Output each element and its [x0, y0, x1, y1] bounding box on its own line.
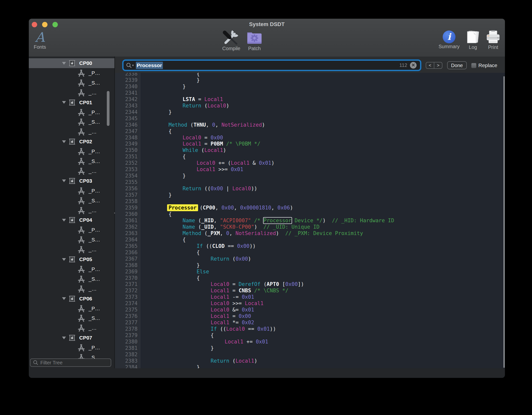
filter-tree-input[interactable]: Filter Tree: [30, 358, 111, 367]
tree-node-cp00[interactable]: CP00: [29, 58, 114, 68]
tree-node-label: CP04: [79, 217, 92, 223]
tree-node-cp02[interactable]: CP02: [29, 137, 114, 147]
tree-leaf-cp03-1[interactable]: _S…: [29, 196, 114, 206]
disclosure-triangle-icon[interactable]: [62, 337, 66, 339]
summary-label: Summary: [438, 44, 460, 49]
tree-leaf-cp00-1[interactable]: _S…: [29, 78, 114, 88]
disclosure-triangle-icon[interactable]: [62, 140, 66, 143]
tree-leaf-cp02-2[interactable]: _…: [29, 166, 114, 176]
tree-leaf-cp01-2[interactable]: _…: [29, 127, 114, 137]
search-input[interactable]: ▾ Processor 112 ✕: [122, 59, 421, 71]
code-line: 2351{: [115, 154, 505, 160]
toolbar: System DSDT A Fonts Compile: [29, 19, 505, 57]
compile-label: Compile: [221, 46, 241, 51]
tree-leaf-cp03-2[interactable]: _…: [29, 206, 114, 215]
done-button[interactable]: Done: [447, 61, 467, 69]
editor-scrollbar[interactable]: [503, 76, 505, 368]
clear-search-icon[interactable]: ✕: [410, 62, 417, 69]
editor-pane: ▾ Processor 112 ✕ < > Done Replace: [115, 57, 505, 368]
code-line: 2352Local0 += (Local1 & 0x01): [115, 160, 505, 166]
disclosure-triangle-icon[interactable]: [62, 101, 66, 104]
tree-leaf-cp00-2[interactable]: _…: [29, 88, 114, 98]
tree-leaf-cp03-0[interactable]: _P…: [29, 186, 114, 196]
disclosure-triangle-icon[interactable]: [62, 62, 66, 65]
print-label: Print: [485, 44, 501, 50]
log-pages-icon: [466, 30, 480, 44]
tree-leaf-cp04-0[interactable]: _P…: [29, 225, 114, 235]
disclosure-triangle-icon[interactable]: [62, 219, 66, 222]
code-line: 2344}: [115, 109, 505, 116]
asl-object-icon: [77, 108, 85, 116]
code-line: 2341: [115, 90, 505, 96]
fonts-button[interactable]: A Fonts: [31, 31, 48, 50]
sidebar-scrollbar[interactable]: [107, 91, 110, 126]
tree-node-cp04[interactable]: CP04: [29, 215, 114, 225]
asl-object-icon: [77, 354, 85, 358]
tree-leaf-cp07-1[interactable]: _S…: [29, 353, 114, 358]
window-body: CP00_P…_S…_…CP01_P…_S…_…CP02_P…_S…_…CP03…: [29, 57, 505, 368]
tree-leaf-cp07-0[interactable]: _P…: [29, 343, 114, 353]
tree-node-cp03[interactable]: CP03: [29, 176, 114, 186]
tree-leaf-cp04-2[interactable]: _…: [29, 245, 114, 254]
tree-leaf-cp05-2[interactable]: _…: [29, 284, 114, 294]
patch-button[interactable]: Patch: [245, 30, 264, 51]
tree-leaf-cp02-1[interactable]: _S…: [29, 156, 114, 166]
code-text: }: [140, 173, 186, 179]
tree-leaf-cp06-1[interactable]: _S…: [29, 313, 114, 323]
line-number: 2380: [115, 339, 140, 345]
code-line: 2349Local1 = P0BM /* \P0BM */: [115, 141, 505, 147]
line-number: 2371: [115, 281, 140, 288]
code-line: 2343Return (Local0): [115, 103, 505, 109]
line-number: 2341: [115, 90, 140, 96]
scope-icon: [68, 335, 76, 341]
tree-node-cp05[interactable]: CP05: [29, 254, 114, 264]
line-number: 2382: [115, 352, 140, 358]
asl-object-icon: [77, 305, 85, 312]
tree-node-cp07[interactable]: CP07: [29, 333, 114, 343]
tree-leaf-cp06-2[interactable]: _…: [29, 323, 114, 333]
window-title: System DSDT: [29, 21, 505, 28]
log-button[interactable]: Log: [466, 30, 480, 50]
find-previous-button[interactable]: <: [426, 62, 434, 68]
compile-button[interactable]: Compile: [221, 30, 241, 51]
tree-leaf-label: _S…: [89, 355, 100, 358]
scope-icon: [68, 99, 76, 106]
tree-leaf-cp01-0[interactable]: _P…: [29, 107, 114, 117]
tree-leaf-cp01-1[interactable]: _S…: [29, 117, 114, 127]
tree-leaf-cp06-0[interactable]: _P…: [29, 304, 114, 313]
tree-leaf-cp02-0[interactable]: _P…: [29, 147, 114, 156]
code-line: 2381}: [115, 345, 505, 352]
line-number: 2351: [115, 154, 140, 160]
search-scope-chevron-icon[interactable]: ▾: [132, 63, 134, 67]
scope-icon: [68, 138, 76, 145]
tree-leaf-cp04-1[interactable]: _S…: [29, 235, 114, 245]
code-text: }: [140, 262, 200, 269]
code-line: 2346Method (THNU, 0, NotSerialized): [115, 122, 505, 128]
disclosure-triangle-icon[interactable]: [62, 297, 66, 300]
find-next-button[interactable]: >: [434, 62, 442, 68]
asl-object-icon: [77, 69, 85, 77]
disclosure-triangle-icon[interactable]: [62, 179, 66, 182]
asl-object-icon: [77, 148, 85, 155]
asl-object-icon: [77, 118, 85, 126]
code-text: [140, 116, 169, 122]
tree-node-cp01[interactable]: CP01: [29, 98, 114, 107]
disclosure-triangle-icon[interactable]: [62, 258, 66, 261]
tree-leaf-cp05-1[interactable]: _S…: [29, 274, 114, 284]
code-editor[interactable]: 2338{2339}2340}23412342LSTA = Local12343…: [115, 73, 505, 368]
code-line: 2374Local0 >>= Local1: [115, 300, 505, 307]
code-text: {: [140, 332, 214, 339]
asl-object-icon: [77, 207, 85, 214]
line-number: 2347: [115, 128, 140, 135]
tree-leaf-cp00-0[interactable]: _P…: [29, 68, 114, 78]
code-text: Local1 = 0x00: [140, 313, 251, 320]
print-button[interactable]: Print: [485, 30, 501, 50]
tree-leaf-cp05-0[interactable]: _P…: [29, 264, 114, 274]
code-text: If ((CLOD == 0x00)): [140, 243, 256, 250]
code-text: Name (_HID, "ACPI0007" /* Processor Devi…: [140, 218, 394, 224]
summary-button[interactable]: i Summary: [438, 30, 460, 49]
replace-checkbox[interactable]: [471, 63, 476, 68]
tree-leaf-label: _S…: [89, 315, 100, 321]
tree-node-cp06[interactable]: CP06: [29, 294, 114, 304]
code-line: 2380Local1 += 0x01: [115, 339, 505, 345]
